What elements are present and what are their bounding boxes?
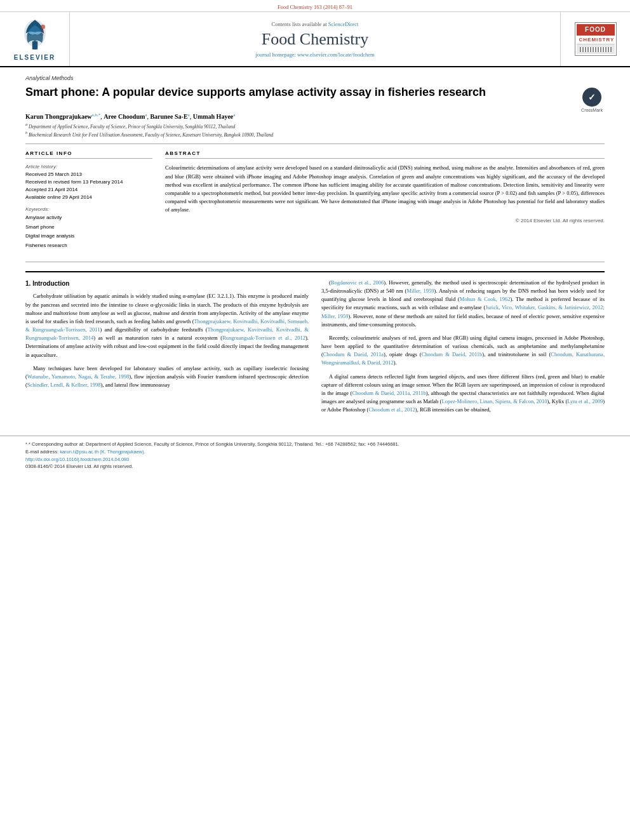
author-3: Barunee Sa-E [150, 113, 187, 120]
body-para-4: Recently, colourimetric analyses of red,… [321, 334, 605, 368]
fc-logo: FOOD CHEMISTRY [575, 22, 617, 56]
elsevier-text: ELSEVIER [14, 54, 55, 61]
revised-date: Received in revised form 13 February 201… [25, 178, 152, 186]
ref-link-9[interactable]: Jurick, Vico, Whitaker, Gaskins, & Janis… [321, 304, 605, 319]
body-col-right: (Bogdanovic et al., 2006). However, gene… [321, 279, 605, 420]
abstract-text: Colourimetric determinations of amylase … [165, 164, 605, 214]
header-center: Contents lists available at ScienceDirec… [70, 12, 560, 66]
authors-line: Karun Thongprajukaewa,b,*, Aree Chooduma… [25, 112, 605, 120]
affiliation-a: a Department of Applied Science, Faculty… [25, 123, 605, 130]
body-para-3: (Bogdanovic et al., 2006). However, gene… [321, 279, 605, 329]
keyword-3: Digital image analysis [25, 232, 152, 241]
article-title: Smart phone: A popular device supports a… [25, 85, 573, 100]
section-label: Analytical Methods [25, 75, 605, 81]
author-2: Aree Choodum [104, 113, 145, 120]
ref-link-4[interactable]: Watanabe, Yamamoto, Nagai, & Terabe, 199… [27, 373, 129, 380]
ref-link-8[interactable]: Mohun & Cook, 1962 [460, 296, 511, 302]
copyright-line: © 2014 Elsevier Ltd. All rights reserved… [165, 218, 605, 223]
footer-issn: 0308-8146/© 2014 Elsevier Ltd. All right… [25, 463, 605, 469]
author-1: Karun Thongprajukaew [25, 113, 92, 120]
keyword-4: Fisheries research [25, 241, 152, 250]
footer-doi[interactable]: http://dx.doi.org/10.1016/j.foodchem.201… [25, 457, 605, 462]
ref-link-16[interactable]: Choodum et al., 2012 [368, 406, 415, 413]
section-1-heading: 1. Introduction [25, 279, 309, 289]
citation-text: Food Chemistry 163 (2014) 87–91 [278, 4, 352, 10]
svg-point-3 [41, 25, 45, 29]
ref-link-10[interactable]: Choodum & Daeid, 2011a [323, 351, 384, 357]
main-content: Analytical Methods Smart phone: A popula… [0, 67, 630, 425]
page-footer: * * Corresponding author at: Department … [0, 436, 630, 473]
divider-1 [25, 143, 605, 144]
footnote-star: * * Corresponding author at: Department … [25, 441, 605, 447]
accepted-date: Accepted 21 April 2014 [25, 186, 152, 194]
ref-link-7[interactable]: Miller, 1959 [406, 288, 434, 294]
body-para-5: A digital camera detects reflected light… [321, 373, 605, 415]
body-section: 1. Introduction Carbohydrate utilisation… [25, 271, 605, 420]
homepage-line: journal homepage: www.elsevier.com/locat… [255, 51, 374, 58]
ref-link-13[interactable]: Choodum & Daeid, 2011a, 2011b [352, 390, 426, 396]
online-date: Available online 29 April 2014 [25, 194, 152, 201]
article-info-col: ARTICLE INFO Article history: Received 2… [25, 150, 152, 255]
info-abstract-section: ARTICLE INFO Article history: Received 2… [25, 150, 605, 255]
journal-title: Food Chemistry [262, 30, 368, 49]
elsevier-logo: ELSEVIER [14, 17, 55, 61]
crossmark-label: CrossMark [581, 108, 603, 112]
title-crossmark-area: Smart phone: A popular device supports a… [25, 85, 605, 112]
body-para-2: Many techniques have been developed for … [25, 364, 309, 390]
footer-email: E-mail address: karun.t@psu.ac.th (K. Th… [25, 449, 605, 455]
ref-link-15[interactable]: Lyra et al., 2009 [567, 398, 603, 404]
abstract-header: ABSTRACT [165, 150, 605, 159]
page-wrapper: { "topbar": { "citation": "Food Chemistr… [0, 0, 630, 840]
title-column: Smart phone: A popular device supports a… [25, 85, 573, 106]
keywords-label: Keywords: [25, 206, 152, 212]
ref-link-11[interactable]: Choodum & Daeid, 2011b [422, 351, 483, 357]
ref-link-5[interactable]: Schindler, Lendl, & Kellner, 1998 [27, 382, 101, 388]
divider-2 [25, 262, 605, 262]
fc-logo-area: FOOD CHEMISTRY [560, 12, 630, 66]
crossmark-badge: ✓ CrossMark [579, 88, 605, 112]
received-date: Received 25 March 2013 [25, 171, 152, 178]
footnote-star-text: * Corresponding author at: Department of… [29, 441, 399, 447]
email-label: E-mail address: [25, 449, 58, 455]
article-history-group: Article history: Received 25 March 2013 … [25, 164, 152, 201]
journal-header: ELSEVIER Contents lists available at Sci… [0, 12, 630, 67]
body-col-left: 1. Introduction Carbohydrate utilisation… [25, 279, 309, 420]
article-info-header: ARTICLE INFO [25, 150, 152, 159]
citation-bar: Food Chemistry 163 (2014) 87–91 [0, 0, 630, 12]
affiliation-b: b Biochemical Research Unit for Feed Uti… [25, 131, 605, 138]
elsevier-logo-area: ELSEVIER [0, 12, 70, 66]
sciencedirect-link[interactable]: ScienceDirect [328, 21, 359, 27]
abstract-col: ABSTRACT Colourimetric determinations of… [165, 150, 605, 255]
body-para-1: Carbohydrate utilisation by aquatic anim… [25, 292, 309, 359]
keyword-1: Amylase activity [25, 213, 152, 222]
crossmark-icon: ✓ [582, 88, 601, 107]
elsevier-tree-icon [16, 17, 54, 52]
ref-link-14[interactable]: Lopez-Molinero, Linan, Sipiera, & Falcon… [441, 398, 547, 404]
history-label: Article history: [25, 164, 152, 170]
keyword-2: Smart phone [25, 223, 152, 232]
keywords-group: Keywords: Amylase activity Smart phone D… [25, 206, 152, 250]
ref-link-3[interactable]: Rungruangsak-Torrissen et al., 2012 [222, 335, 305, 341]
email-address[interactable]: karun.t@psu.ac.th (K. Thongprajukaew). [60, 449, 145, 455]
body-columns: 1. Introduction Carbohydrate utilisation… [25, 279, 605, 420]
keywords-list: Amylase activity Smart phone Digital ima… [25, 213, 152, 250]
author-4: Ummah Hayee [193, 113, 234, 120]
ref-link-6[interactable]: Bogdanovic et al., 2006 [331, 279, 384, 286]
sciencedirect-line: Contents lists available at ScienceDirec… [272, 21, 359, 27]
